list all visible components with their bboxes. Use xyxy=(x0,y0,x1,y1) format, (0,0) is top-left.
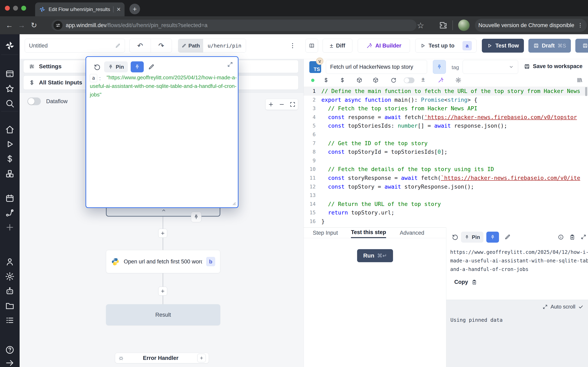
add-error-handler-button[interactable] xyxy=(197,354,206,362)
profile-avatar[interactable] xyxy=(458,20,470,31)
sidebar-item-runs-icon[interactable] xyxy=(5,139,15,149)
result-pin-toggle-button[interactable]: Pin xyxy=(461,232,484,243)
windmill-logo[interactable] xyxy=(4,40,15,51)
dataflow-toggle[interactable] xyxy=(27,98,41,105)
code-line[interactable]: 4 const response = await fetch('https://… xyxy=(304,113,588,122)
edit-result-icon[interactable] xyxy=(504,234,511,240)
reload-icon[interactable]: ↻ xyxy=(28,21,40,30)
package-icon[interactable] xyxy=(356,77,362,83)
new-tab-button[interactable]: + xyxy=(130,4,140,14)
insert-step-button[interactable] xyxy=(158,287,167,296)
code-line[interactable]: 14 // Return the URL of the top story xyxy=(304,200,588,209)
sidebar-item-home-icon[interactable] xyxy=(5,125,15,134)
flow-node-b[interactable]: Open url and fetch first 500 words of ..… xyxy=(106,250,220,273)
undo-button[interactable]: ↶ xyxy=(130,39,151,52)
sidebar-item-resources-icon[interactable] xyxy=(5,169,15,179)
expand-result-icon[interactable] xyxy=(581,234,586,240)
back-icon[interactable]: ← xyxy=(3,21,16,30)
result-pinned-indicator[interactable] xyxy=(486,232,499,243)
code-line[interactable]: 12 const topStory = await storyResponse.… xyxy=(304,183,588,191)
editor-toggle[interactable] xyxy=(404,77,415,83)
expand-log-icon[interactable] xyxy=(543,304,548,309)
url-bar[interactable]: app.windmill.dev/flows/edit/u/henri/pin_… xyxy=(52,20,416,31)
code-line[interactable]: 10 // Fetch the details of the top story… xyxy=(304,165,588,174)
code-line[interactable]: 15 return topStory.url; xyxy=(304,208,588,217)
pinned-indicator-button[interactable] xyxy=(131,61,144,72)
test-flow-button[interactable]: Test flow xyxy=(482,39,524,53)
path-control[interactable]: Path u/henri/pin xyxy=(178,39,246,53)
history-icon[interactable] xyxy=(94,63,101,71)
sidebar-item-audit-logs-icon[interactable] xyxy=(5,315,15,325)
code-line[interactable]: 13 xyxy=(304,191,588,200)
draft-button[interactable]: Draft ⌘S xyxy=(528,39,571,53)
sidebar-item-apps-icon[interactable] xyxy=(5,69,15,79)
code-editor[interactable]: 1// Define the main function to fetch th… xyxy=(304,87,588,227)
chevron-up-icon[interactable] xyxy=(161,208,166,213)
sidebar-item-settings-icon[interactable] xyxy=(5,272,15,281)
docs-button[interactable] xyxy=(305,39,318,53)
zoom-in-icon[interactable] xyxy=(268,101,274,108)
sidebar-item-folders-icon[interactable] xyxy=(5,301,15,310)
expand-popup-icon[interactable] xyxy=(227,61,233,67)
code-line[interactable]: 3 // Fetch the top stories from Hacker N… xyxy=(304,104,588,113)
code-line[interactable]: 9 xyxy=(304,156,588,165)
close-window-button[interactable] xyxy=(5,6,10,11)
code-line[interactable]: 7 // Get the ID of the top story xyxy=(304,139,588,148)
tab-test-this-step[interactable]: Test this step xyxy=(351,227,386,238)
sidebar-item-favorites-icon[interactable] xyxy=(5,84,15,94)
diff-mode-icon[interactable]: ± xyxy=(421,76,425,83)
sidebar-item-search-icon[interactable] xyxy=(5,99,15,108)
minimize-window-button[interactable] xyxy=(13,6,18,11)
step-summary-input[interactable]: Fetch url of HackerNews top story xyxy=(326,60,427,74)
tab-close-icon[interactable]: ✕ xyxy=(116,6,121,13)
step-pin-button[interactable] xyxy=(433,60,446,74)
flow-name-input[interactable]: Untitled xyxy=(25,39,125,53)
library-icon[interactable] xyxy=(577,77,583,83)
diff-button[interactable]: ± Diff xyxy=(323,39,352,53)
code-line[interactable]: 2export async function main(): Promise<s… xyxy=(304,96,588,104)
package-icon[interactable] xyxy=(373,77,379,83)
tag-select[interactable] xyxy=(463,60,518,74)
deploy-button[interactable]: Deploy xyxy=(575,39,588,53)
check-icon[interactable] xyxy=(578,304,584,309)
redo-button[interactable]: ↷ xyxy=(151,39,172,52)
code-line[interactable]: 11 const storyResponse = await fetch(`ht… xyxy=(304,174,588,183)
refresh-icon[interactable] xyxy=(390,77,397,83)
bookmark-star-icon[interactable]: ☆ xyxy=(417,21,424,30)
zoom-window-button[interactable] xyxy=(21,6,26,11)
forward-icon[interactable]: → xyxy=(16,21,28,30)
history-icon[interactable] xyxy=(452,234,458,241)
save-to-workspace-button[interactable]: Save to workspace xyxy=(524,63,582,69)
node-pin-badge[interactable] xyxy=(191,212,201,222)
variables-icon[interactable] xyxy=(323,77,329,83)
insert-step-button[interactable] xyxy=(158,229,167,238)
site-info-icon[interactable] xyxy=(53,21,62,30)
chrome-menu-icon[interactable] xyxy=(577,22,583,28)
run-button[interactable]: Run ⌘↵ xyxy=(357,249,393,262)
fit-view-icon[interactable] xyxy=(290,101,296,108)
error-handler-node[interactable]: Error Handler xyxy=(115,353,209,363)
sidebar-item-workers-icon[interactable] xyxy=(5,286,15,296)
sidebar-item-add-icon[interactable] xyxy=(5,222,15,232)
sidebar-item-user-icon[interactable] xyxy=(5,257,15,267)
sidebar-item-schedules-icon[interactable] xyxy=(5,193,15,203)
code-line[interactable]: 8 const topStoryId = topStoriesIds[0]; xyxy=(304,148,588,156)
code-line[interactable]: 1// Define the main function to fetch th… xyxy=(304,87,588,96)
copy-button[interactable]: Copy xyxy=(454,279,477,285)
info-icon[interactable] xyxy=(558,234,564,240)
edit-pin-icon[interactable] xyxy=(148,63,155,70)
chrome-update-button[interactable]: Nouvelle version de Chrome disponible xyxy=(475,19,587,32)
sidebar-item-help-icon[interactable] xyxy=(5,345,15,355)
tab-advanced[interactable]: Advanced xyxy=(400,227,424,238)
code-line[interactable]: 5 const topStoriesIds: number[] = await … xyxy=(304,122,588,130)
test-up-to-button[interactable]: Test up to a xyxy=(415,39,476,53)
code-line[interactable]: 16} xyxy=(304,217,588,226)
resize-handle-icon[interactable] xyxy=(231,201,236,206)
ai-wand-icon[interactable] xyxy=(438,77,444,83)
copy-result-icon[interactable] xyxy=(569,234,575,240)
zoom-out-icon[interactable] xyxy=(279,101,285,108)
sidebar-item-collapse-icon[interactable] xyxy=(5,358,15,367)
browser-tab[interactable]: Edit Flow u/henri/pin_results ✕ xyxy=(35,2,125,16)
sidebar-item-variables-icon[interactable] xyxy=(5,154,15,164)
ai-builder-button[interactable]: AI Builder xyxy=(358,39,410,53)
